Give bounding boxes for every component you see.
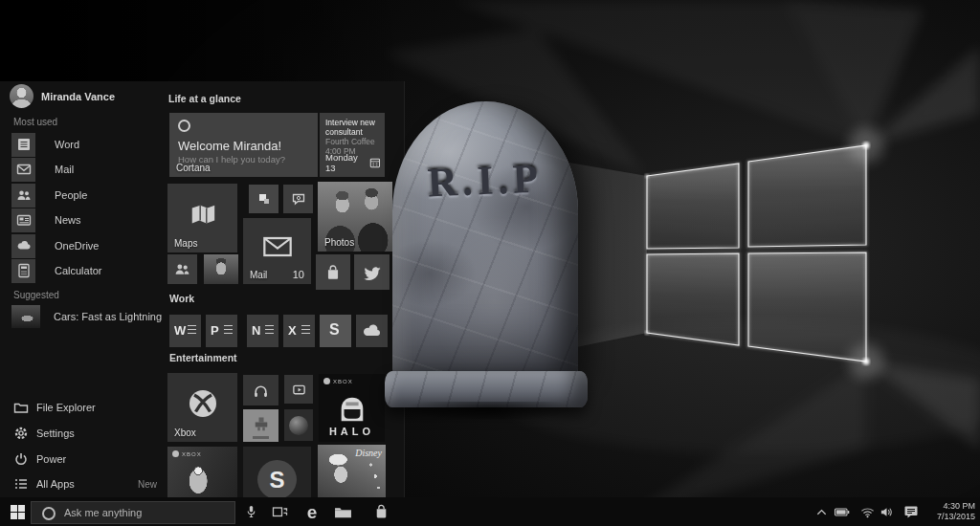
battery-indicator[interactable] — [831, 497, 854, 526]
store-button[interactable] — [368, 497, 394, 526]
tile-xbox-game[interactable]: XBOX — [167, 447, 237, 497]
people-icon — [11, 184, 35, 208]
sidebar-item-label: People — [55, 189, 87, 201]
xbox-badge: XBOX — [172, 450, 202, 457]
tile-flipboard[interactable] — [249, 185, 278, 213]
sidebar-item-people[interactable]: People — [11, 183, 163, 208]
sidebar-item-all-apps[interactable]: All Apps New — [11, 473, 163, 494]
sidebar-item-mail[interactable]: Mail — [11, 157, 163, 182]
disney-logo: Disney — [355, 448, 382, 458]
taskbar-clock[interactable]: 4:30 PM 7/13/2015 — [937, 501, 975, 522]
sidebar-item-label: OneDrive — [55, 240, 99, 252]
sidebar-item-news[interactable]: News — [11, 208, 163, 232]
taskbar: e 4:30 PM 7/13/2015 — [0, 497, 980, 526]
tombstone-inscription: R.I.P — [391, 153, 579, 208]
store-icon — [324, 264, 342, 281]
globe-icon — [289, 416, 308, 435]
sidebar-item-calculator[interactable]: Calculator — [11, 258, 163, 283]
wifi-indicator[interactable] — [858, 497, 877, 526]
video-icon — [291, 383, 307, 397]
calendar-place: Fourth Coffee — [325, 137, 379, 146]
avatar[interactable] — [10, 84, 33, 108]
messaging-icon — [291, 191, 306, 207]
chevron-up-icon — [815, 506, 828, 518]
group-header-entertainment: Entertainment — [169, 352, 237, 363]
tile-label: Maps — [174, 238, 197, 249]
tile-store[interactable] — [316, 254, 350, 290]
tombstone-base — [385, 371, 588, 407]
file-explorer-icon — [11, 400, 31, 415]
calendar-event: Interview new consultant — [325, 118, 379, 137]
file-explorer-icon — [334, 505, 352, 519]
tile-maps[interactable]: Maps — [167, 184, 237, 252]
settings-icon — [11, 426, 31, 441]
sidebar-item-label: Word — [55, 139, 79, 150]
sidebar-item-suggested-app[interactable]: Cars: Fast as Lightning — [11, 304, 163, 329]
all-apps-icon — [11, 476, 31, 492]
group-header-life: Life at a glance — [168, 93, 241, 104]
clock-time: 4:30 PM — [937, 501, 975, 512]
twitter-icon — [363, 263, 382, 282]
tile-powerpoint[interactable]: P — [206, 315, 237, 347]
tiny-label — [253, 436, 269, 439]
tile-label: Mail — [250, 270, 267, 280]
sidebar-item-word[interactable]: Word — [11, 132, 163, 157]
battery-icon — [834, 505, 851, 519]
tile-disney-frozen[interactable]: Disney — [318, 445, 386, 497]
sidebar-item-settings[interactable]: Settings — [11, 423, 163, 444]
tile-contact-photo[interactable] — [204, 254, 238, 284]
wifi-icon — [860, 506, 875, 518]
tile-groove-music[interactable] — [243, 375, 278, 405]
volume-indicator[interactable] — [877, 497, 896, 526]
search-box[interactable] — [31, 501, 235, 524]
mail-icon — [11, 158, 35, 182]
cortana-search-icon — [42, 507, 56, 520]
edge-browser-button[interactable]: e — [299, 497, 325, 526]
tile-word[interactable]: W — [169, 315, 201, 347]
tile-game-character[interactable] — [243, 409, 278, 442]
user-name[interactable]: Miranda Vance — [41, 91, 115, 102]
edge-icon: e — [307, 503, 318, 521]
tile-cortana[interactable]: Welcome Miranda! How can I help you toda… — [169, 113, 318, 177]
suggested-header: Suggested — [13, 290, 59, 300]
file-explorer-button[interactable] — [329, 497, 356, 526]
tile-mail[interactable]: Mail 10 — [243, 218, 311, 284]
onedrive-icon — [11, 234, 35, 258]
shazam-icon: S — [257, 460, 297, 497]
tile-globe[interactable] — [284, 409, 313, 441]
people-icon — [174, 261, 190, 277]
sidebar-item-onedrive[interactable]: OneDrive — [11, 233, 163, 258]
search-input[interactable] — [62, 502, 231, 523]
task-view-button[interactable] — [266, 497, 293, 526]
news-icon — [11, 208, 35, 232]
skype-icon: S — [329, 321, 340, 339]
tile-xbox[interactable]: Xbox — [167, 373, 237, 442]
tile-calendar[interactable]: Interview new consultant Fourth Coffee 4… — [320, 113, 385, 177]
sidebar-item-file-explorer[interactable]: File Explorer — [11, 397, 163, 418]
game-character-icon — [252, 415, 271, 434]
tile-shazam[interactable]: S — [243, 447, 311, 497]
tray-expand-button[interactable] — [812, 497, 831, 526]
microphone-button[interactable] — [237, 497, 264, 526]
tile-people[interactable] — [167, 254, 197, 284]
maps-icon — [189, 200, 217, 229]
tile-label: Cortana — [176, 163, 211, 173]
action-center-button[interactable] — [902, 497, 921, 526]
doc-lines — [224, 325, 233, 337]
calendar-date: Monday 13 — [325, 152, 369, 173]
cortana-title: Welcome Miranda! — [178, 139, 281, 153]
tile-skype[interactable]: S — [320, 315, 351, 347]
doc-lines — [301, 325, 310, 337]
tile-onenote[interactable]: N — [247, 315, 278, 347]
sidebar-item-label: All Apps — [36, 478, 75, 490]
start-menu: Miranda Vance Most used Word Mail People… — [0, 81, 405, 497]
tile-movies-tv[interactable] — [284, 375, 313, 404]
tile-messaging[interactable] — [283, 185, 313, 213]
doc-lines — [265, 325, 274, 337]
flipboard-icon — [256, 191, 272, 207]
word-icon — [11, 133, 35, 157]
start-button[interactable] — [11, 505, 25, 519]
sidebar-item-power[interactable]: Power — [11, 449, 163, 470]
tile-excel[interactable]: X — [283, 315, 315, 347]
sidebar-item-label: Calculator — [55, 265, 102, 276]
